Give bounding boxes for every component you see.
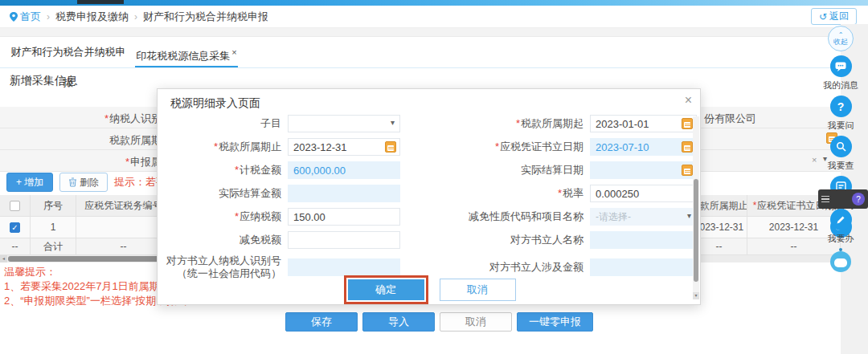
cancel-button-modal[interactable]: 取消 (440, 279, 516, 301)
breadcrumb-item-declare[interactable]: 税费申报及缴纳 (55, 10, 129, 24)
required-asterisk: * (495, 140, 499, 153)
party-id-input[interactable] (288, 258, 400, 276)
calendar-icon[interactable] (682, 141, 693, 153)
add-row-label: 增加 (24, 176, 43, 189)
calendar-icon[interactable] (385, 141, 396, 153)
scroll-down-arrow[interactable]: ▾ (693, 292, 699, 299)
one-key-zero-declare-button[interactable]: 一键零申报 (517, 312, 593, 332)
period-end-input[interactable]: 2023-12-31 (288, 138, 400, 156)
label-relief-code: 减免性质代码和项目名称 (407, 210, 583, 223)
breadcrumb-home-label: 首页 (20, 10, 41, 24)
tax-rate-input[interactable]: 0.000250 (590, 185, 697, 202)
breadcrumb-home[interactable]: 首页 (10, 10, 41, 24)
add-row-button[interactable]: + 增加 (6, 173, 53, 192)
period-end-value: 2023-12-31 (293, 141, 347, 153)
import-button[interactable]: 导入 (362, 312, 435, 332)
save-button[interactable]: 保存 (285, 312, 358, 332)
tax-base-input[interactable]: 600,000.00 (288, 161, 400, 179)
tax-base-value: 600,000.00 (293, 165, 346, 177)
breadcrumb-item-current: 财产和行为税合并纳税申报 (143, 10, 268, 24)
required-asterisk: * (516, 117, 520, 129)
relief-amount-input[interactable] (288, 231, 400, 249)
relief-placeholder: -请选择- (596, 210, 631, 224)
relief-code-select[interactable]: -请选择- (590, 208, 697, 226)
label-tax-rate: *税率 (407, 187, 583, 200)
bg-company-name-tail: 份有限公司 (704, 112, 756, 126)
required-asterisk: * (235, 164, 239, 176)
modal-buttons: 确定 取消 (158, 275, 702, 304)
sidebar-item-messages[interactable]: 我的消息 (823, 55, 858, 92)
tab-close-icon[interactable]: × (231, 47, 236, 57)
total-label: 合计 (31, 238, 76, 254)
label-tax-base: *计税金额 (162, 164, 281, 177)
tax-due-value: 150.00 (293, 211, 326, 223)
period-start-input[interactable]: 2023-01-01 (590, 115, 697, 132)
bg-label-taxpayer-id: *纳税人识别号 (2, 112, 172, 126)
sidebar-item-query[interactable]: 我要查 (828, 136, 854, 172)
settle-date-input[interactable] (590, 161, 697, 179)
page-title: 新增采集信息 (10, 74, 77, 88)
party-name-input[interactable] (590, 231, 697, 249)
question-icon: ? (830, 96, 852, 117)
issue-date-value: 2023-07-10 (596, 141, 649, 153)
top-bar-artifact (77, 0, 124, 4)
label-party-name: 对方书立人名称 (407, 234, 583, 246)
required-asterisk: * (235, 210, 239, 222)
required-asterisk: * (753, 200, 757, 211)
confirm-button[interactable]: 确定 (348, 279, 424, 300)
required-asterisk: * (104, 112, 108, 124)
tab-stamp-tax-active[interactable]: 印花税税源信息采集× (135, 37, 238, 67)
tab-property-tax[interactable]: 财产和行为税合并纳税申报 (8, 37, 129, 67)
breadcrumb: 首页 › 税费申报及缴纳 › 财产和行为税合并纳税申报 ↺ 返回 (0, 6, 868, 28)
modal-vertical-scrollbar[interactable]: ▾ (693, 116, 699, 299)
top-gradient-bar (0, 0, 868, 6)
required-asterisk: * (214, 140, 218, 153)
breadcrumb-separator: › (47, 11, 50, 22)
sidebar-item-todo[interactable]: 我要办 (828, 209, 854, 245)
party-amount-input[interactable] (590, 258, 697, 276)
calendar-icon[interactable] (682, 165, 693, 176)
tab-bar: 财产和行为税合并纳税申报 印花税税源信息采集× (0, 37, 868, 68)
calendar-icon[interactable] (682, 118, 693, 129)
label-subitem: 子目 (162, 117, 281, 130)
cancel-button-bottom[interactable]: 取消 (440, 312, 512, 332)
label-issue-date: *应税凭证书立日期 (407, 140, 583, 153)
delete-row-label: 删除 (80, 176, 99, 189)
label-tax-due: *应纳税额 (162, 210, 281, 223)
row-checkbox[interactable]: ✓ (0, 217, 31, 238)
scrollbar-thumb[interactable] (694, 179, 698, 282)
sidebar-label: 我要问 (828, 120, 854, 132)
modal-close-icon[interactable]: × (685, 94, 692, 107)
plus-icon: + (16, 177, 22, 188)
sidebar-label: 我要查 (828, 160, 854, 172)
robot-assistant-icon[interactable] (830, 251, 851, 272)
label-relief-amount: 减免税额 (162, 234, 281, 246)
collapse-button[interactable]: ⌃ 收起 (828, 26, 854, 51)
checkbox-icon (10, 201, 20, 211)
subitem-select[interactable] (288, 115, 400, 132)
confirm-highlight-box: 确定 (344, 275, 428, 304)
label-settle-amount: 实际结算金额 (162, 187, 281, 200)
back-button[interactable]: ↺ 返回 (811, 8, 857, 25)
sidebar-label: 我的消息 (823, 79, 858, 92)
collapse-label: 收起 (833, 39, 848, 46)
tax-source-detail-modal: 税源明细录入页面 × 子目 *税款所属期起 2023-01-01 *税款所属期止… (157, 88, 701, 305)
delete-row-button[interactable]: 删除 (59, 173, 108, 192)
label-settle-date: 实际结算日期 (407, 164, 583, 177)
tax-rate-value: 0.000250 (596, 188, 639, 200)
trash-icon (68, 177, 77, 187)
bottom-button-bar: 保存 导入 取消 一键零申报 (285, 312, 593, 332)
modal-form-grid: 子目 *税款所属期起 2023-01-01 *税款所属期止 2023-12-31… (162, 115, 697, 280)
breadcrumb-separator: › (134, 11, 137, 22)
total-dash: -- (0, 238, 31, 254)
divider-band (0, 28, 868, 37)
settle-amount-input[interactable] (288, 185, 400, 202)
scroll-left-arrow[interactable]: ◂ (0, 255, 7, 262)
issue-date-input[interactable]: 2023-07-10 (590, 138, 697, 156)
required-asterisk: * (558, 187, 562, 199)
app-window: 首页 › 税费申报及缴纳 › 财产和行为税合并纳税申报 ↺ 返回 财产和行为税合… (0, 0, 868, 354)
tax-due-input[interactable]: 150.00 (288, 208, 400, 226)
select-all-checkbox[interactable] (0, 195, 31, 216)
sidebar-item-ask[interactable]: ? 我要问 (828, 96, 854, 132)
checkbox-checked-icon: ✓ (10, 222, 20, 233)
